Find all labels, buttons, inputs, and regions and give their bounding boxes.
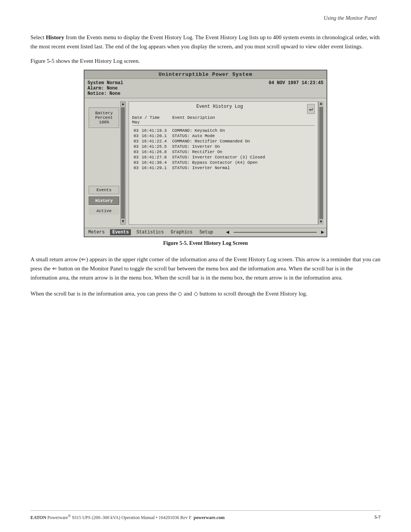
col-date-label: Date / Time: [132, 115, 170, 120]
event-day: 03: [132, 149, 140, 155]
ups-title-bar: Uninterruptible Power System: [84, 70, 327, 79]
nav-arrow-left[interactable]: ◄: [226, 229, 229, 235]
ups-status-bar: System Normal Alarm: None Notice: None 0…: [84, 79, 327, 98]
col-desc-label: Event Description: [172, 115, 215, 120]
event-desc: STATUS: Bypass Contactor (K4) Open: [170, 160, 315, 165]
event-log-row: 03 16:41:29.1 STATUS: Inverter Normal: [132, 165, 315, 171]
battery-box: Battery Percent 100%: [89, 107, 119, 128]
chapter-title: Using the Monitor Panel: [323, 15, 377, 21]
ups-title: Uninterruptible Power System: [159, 72, 252, 77]
battery-percent: 100%: [91, 120, 117, 125]
page-header: Using the Monitor Panel: [30, 15, 377, 21]
ups-bottom-bar: Meters Events Statistics Graphics Setup …: [84, 228, 327, 236]
info-scroll-down[interactable]: ▼: [320, 220, 322, 224]
ups-main-area: Battery Percent 100% Events History: [84, 98, 327, 228]
event-time: 16:41:19.3: [140, 128, 170, 133]
nav-arrow-right[interactable]: ►: [321, 229, 324, 235]
menu-item-history[interactable]: History: [89, 197, 119, 205]
event-log-row: 03 16:41:30.4 STATUS: Bypass Contactor (…: [132, 160, 315, 165]
figure-reference: Figure 5-5 shows the Event History Log s…: [30, 58, 381, 64]
event-log-row: 03 16:41:20.1 STATUS: Auto Mode: [132, 133, 315, 139]
figure-caption: Figure 5-5. Event History Log Screen: [30, 240, 381, 246]
info-column-headers: Date / Time Event Description May: [132, 115, 315, 126]
page-number: 5-7: [374, 514, 381, 520]
bottom-menu-setup[interactable]: Setup: [198, 229, 215, 235]
ups-screen: Uninterruptible Power System System Norm…: [84, 70, 327, 237]
event-log-row: 03 16:41:19.3 COMMAND: Keyswitch On: [132, 128, 315, 133]
info-scroll-bar[interactable]: ▲ ▼: [318, 101, 323, 225]
event-time: 16:41:20.1: [140, 133, 170, 139]
ups-left-wrapper: Battery Percent 100% Events History: [88, 101, 126, 225]
event-day: 03: [132, 155, 140, 160]
event-time: 16:41:26.8: [140, 149, 170, 155]
event-desc: COMMAND: Keyswitch On: [170, 128, 315, 133]
ups-status-left: System Normal Alarm: None Notice: None: [88, 80, 123, 96]
info-scroll-up[interactable]: ▲: [320, 102, 322, 106]
ups-datetime: 04 NOV 1997 14:23:45: [269, 80, 323, 86]
return-arrow-button[interactable]: ↵: [307, 104, 315, 114]
battery-label-line1: Battery: [91, 111, 117, 115]
event-day: 03: [132, 133, 140, 139]
bottom-menu-events[interactable]: Events: [110, 229, 131, 235]
event-day: 03: [132, 160, 140, 165]
system-status: System Normal: [88, 80, 123, 86]
event-day: 03: [132, 128, 140, 133]
bottom-menu-statistics[interactable]: Statistics: [135, 229, 165, 235]
event-log-table: 03 16:41:19.3 COMMAND: Keyswitch On 03 1…: [132, 128, 315, 171]
event-day: 03: [132, 139, 140, 144]
info-panel-header: Event History Log ↵: [132, 104, 315, 114]
info-panel-title: Event History Log: [132, 104, 307, 109]
event-log-row: 03 16:41:27.8 STATUS: Inverter Contactor…: [132, 155, 315, 160]
alarm-status: Alarm: None: [88, 86, 123, 91]
menu-item-events[interactable]: Events: [89, 186, 119, 194]
event-time: 16:41:22.4: [140, 139, 170, 144]
paragraph-2: A small return arrow (⇐) appears in the …: [30, 255, 381, 282]
footer-left: EATON Powerware® 9315 UPS (200–300 kVA) …: [30, 514, 225, 521]
month-label: May: [132, 120, 140, 125]
ups-menu-panel: Battery Percent 100% Events History: [88, 101, 120, 225]
event-desc: STATUS: Auto Mode: [170, 133, 315, 139]
bottom-menu-meters[interactable]: Meters: [87, 229, 106, 235]
event-desc: COMMAND: Rectifier Commanded On: [170, 139, 315, 144]
event-time: 16:41:30.4: [140, 160, 170, 165]
nav-arrow-line: [234, 232, 316, 233]
menu-item-active[interactable]: Active: [89, 207, 119, 215]
event-time: 16:41:25.5: [140, 144, 170, 149]
page-container: Using the Monitor Panel Select History f…: [0, 0, 411, 532]
left-scroll-bar[interactable]: ▲ ▼: [120, 101, 126, 225]
event-desc: STATUS: Inverter Contactor (3) Closed: [170, 155, 315, 160]
event-desc: STATUS: Inverter On: [170, 144, 315, 149]
page-footer: EATON Powerware® 9315 UPS (200–300 kVA) …: [30, 510, 381, 521]
ups-right-wrapper: Event History Log ↵ Date / Time Event De…: [129, 101, 323, 225]
event-time: 16:41:29.1: [140, 165, 170, 171]
event-time: 16:41:27.8: [140, 155, 170, 160]
bottom-menu-graphics[interactable]: Graphics: [169, 229, 194, 235]
event-log-row: 03 16:41:25.5 STATUS: Inverter On: [132, 144, 315, 149]
scroll-down-arrow[interactable]: ▼: [122, 220, 124, 224]
event-day: 03: [132, 144, 140, 149]
event-desc: STATUS: Rectifier On: [170, 149, 315, 155]
event-day: 03: [132, 165, 140, 171]
event-desc: STATUS: Inverter Normal: [170, 165, 315, 171]
scroll-up-arrow[interactable]: ▲: [122, 102, 124, 106]
event-log-row: 03 16:41:26.8 STATUS: Rectifier On: [132, 149, 315, 155]
intro-paragraph: Select History from the Events menu to d…: [30, 33, 381, 51]
notice-status: Notice: None: [88, 91, 123, 96]
event-log-row: 03 16:41:22.4 COMMAND: Rectifier Command…: [132, 139, 315, 144]
ups-info-panel: Event History Log ↵ Date / Time Event De…: [129, 101, 318, 225]
paragraph-3: When the scroll bar is in the informatio…: [30, 289, 381, 298]
battery-label-line2: Percent: [91, 115, 117, 120]
